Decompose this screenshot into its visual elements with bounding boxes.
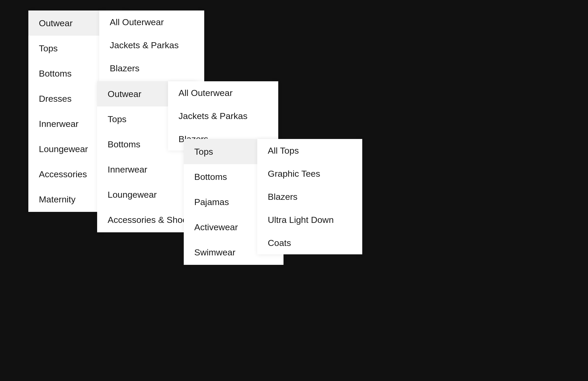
menu-item-label: Loungewear bbox=[39, 144, 88, 154]
menu-item-label: Bottoms bbox=[108, 139, 140, 149]
menu-item-label: Tops bbox=[108, 114, 127, 124]
menu-item-label: Outwear bbox=[108, 89, 141, 99]
nav-menu-item[interactable]: Loungewear bbox=[97, 182, 197, 207]
menu-item-label: Bottoms bbox=[39, 68, 72, 79]
sub-menu-item[interactable]: Coats bbox=[257, 231, 362, 254]
menu-item-label: Innerwear bbox=[39, 119, 78, 129]
menu-item-label: Pajamas bbox=[194, 197, 229, 207]
menu-item-label: Swimwear bbox=[194, 247, 235, 257]
menu-item-label: Loungewear bbox=[108, 190, 157, 200]
sub-menu-item[interactable]: Blazers bbox=[257, 185, 362, 208]
menu-item-label: Outwear bbox=[39, 18, 73, 28]
sub-menu-item[interactable]: Jackets & Parkas bbox=[99, 34, 204, 57]
nav-menu-item[interactable]: Innerwear bbox=[97, 157, 197, 182]
sub-menu-item[interactable]: Jackets & Parkas bbox=[168, 104, 278, 127]
menu-item-label: Tops bbox=[194, 147, 213, 157]
tops-submenu-panel: All TopsGraphic TeesBlazersUltra Light D… bbox=[257, 139, 362, 254]
sub-menu-item[interactable]: Graphic Tees bbox=[257, 162, 362, 185]
sub-menu-item[interactable]: Blazers bbox=[99, 57, 204, 80]
sub-menu-item[interactable]: All Outerwear bbox=[99, 10, 204, 34]
menu-item-label: Bottoms bbox=[194, 172, 227, 182]
menu-item-label: Maternity bbox=[39, 194, 76, 205]
sub-menu-item[interactable]: Ultra Light Down bbox=[257, 208, 362, 231]
nav-menu-item[interactable]: Accessories & Shoes bbox=[97, 207, 197, 232]
menu-item-label: Tops bbox=[39, 43, 58, 53]
sub-menu-item[interactable]: All Tops bbox=[257, 139, 362, 162]
menu-item-label: Activewear bbox=[194, 222, 238, 232]
menu-item-label: Dresses bbox=[39, 94, 72, 104]
sub-menu-item[interactable]: All Outerwear bbox=[168, 81, 278, 104]
menu-item-label: Accessories & Shoes bbox=[108, 215, 192, 225]
menu-item-label: Innerwear bbox=[108, 164, 147, 175]
menu-item-label: Accessories bbox=[39, 169, 87, 179]
